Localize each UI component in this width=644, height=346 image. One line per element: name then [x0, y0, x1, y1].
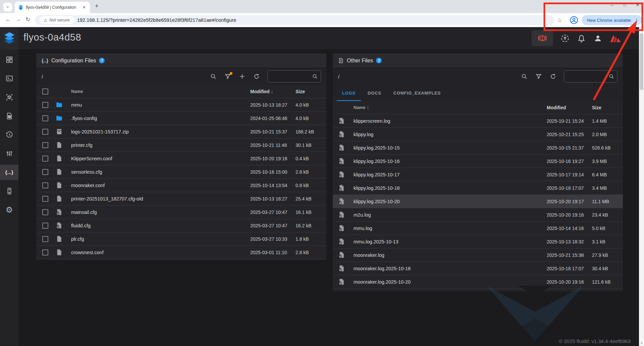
table-row[interactable]: .flyos-config 2024-01-25 06:46 4.0 kB [36, 112, 326, 125]
table-row[interactable]: fluidd.cfg 2025-03-27 10:47 16.2 kB [36, 219, 326, 232]
row-checkbox[interactable] [42, 223, 56, 229]
add-file-icon[interactable] [239, 73, 246, 80]
table-row[interactable]: mmu 2025-10-13 18:27 4.0 kB [36, 98, 326, 112]
table-row[interactable]: moonraker.log.2025-10-18 2025-10-18 17:0… [333, 262, 623, 275]
row-checkbox[interactable] [42, 156, 56, 162]
table-row[interactable]: logs-20251021-153717.zip 2025-10-21 15:3… [36, 125, 326, 138]
help-icon[interactable]: ? [99, 58, 105, 63]
file-size: 2.8 kB [296, 250, 326, 255]
file-size: 11.1 MB [592, 199, 623, 204]
table-row[interactable]: printer-20251013_182707.cfg-old 2025-10-… [36, 192, 326, 206]
window-maximize-icon[interactable]: □ [624, 3, 626, 7]
tab-search-button[interactable]: ˅ [3, 3, 12, 11]
refresh-icon[interactable] [550, 73, 556, 80]
profile-icon[interactable] [570, 16, 578, 26]
refresh-icon[interactable] [253, 73, 260, 80]
file-search-input[interactable] [564, 70, 618, 82]
table-row[interactable]: klippy.log.2025-10-20 2025-10-20 19:17 1… [333, 195, 623, 208]
brand-logo-icon[interactable] [610, 33, 621, 43]
row-checkbox[interactable] [42, 142, 56, 148]
forward-icon[interactable]: → [15, 16, 21, 23]
table-row[interactable]: klippy.log.2025-10-16 2025-10-16 19:27 3… [333, 155, 623, 168]
column-name[interactable]: Name [71, 89, 250, 94]
table-row[interactable]: klippy.log.2025-10-18 2025-10-18 17:07 3… [333, 181, 623, 195]
sidebar-item-console[interactable] [0, 71, 18, 86]
select-all-checkbox[interactable] [42, 89, 56, 95]
page-scrollbar[interactable]: ▲ ▼ [639, 27, 644, 346]
row-checkbox[interactable] [42, 102, 56, 108]
sidebar-item-system[interactable] [0, 183, 18, 199]
search-icon[interactable] [210, 73, 217, 80]
update-status-icon[interactable] [560, 34, 570, 43]
sidebar-item-dashboard[interactable] [0, 52, 18, 67]
table-row[interactable]: klippy.log.2025-10-15 2025-10-15 21:37 5… [333, 141, 623, 155]
table-row[interactable]: crowsnest.conf 2025-03-01 11:10 2.8 kB [36, 246, 326, 259]
table-row[interactable]: m2u.log 2025-10-20 19:16 23.4 kB [333, 208, 623, 222]
table-row[interactable]: klipperscreen.log 2025-10-21 15:24 1.4 M… [333, 114, 623, 128]
back-icon[interactable]: ← [5, 16, 11, 23]
reload-icon[interactable]: ↻ [25, 16, 30, 23]
tab-docs[interactable]: DOCS [362, 85, 387, 101]
column-modified[interactable]: Modified [547, 105, 592, 110]
scrollbar-thumb[interactable] [640, 33, 643, 90]
sidebar-item-settings[interactable]: ⚙ [0, 202, 18, 218]
table-row[interactable]: mmu.log.2025-10-13 2025-10-13 18:32 3.1 … [333, 235, 623, 248]
table-row[interactable]: printer.cfg 2025-10-21 11:48 30.1 kB [36, 138, 326, 152]
chrome-update-button[interactable]: New Chrome available ⋮ [582, 15, 642, 25]
table-row[interactable]: klippy.log.2025-10-17 2025-10-17 19:14 6… [333, 168, 623, 181]
sidebar-item-gcode-preview[interactable] [0, 90, 18, 105]
column-name[interactable]: Name↑ [354, 105, 547, 110]
browser-tab[interactable]: flyos-0a4d58 | Configuration ✕ [15, 2, 90, 13]
browser-menu-icon[interactable]: ⋮ [634, 18, 639, 23]
table-row[interactable]: mmu.log 2025-10-14 14:16 5.0 kB [333, 222, 623, 235]
notifications-bell-icon[interactable] [577, 34, 586, 43]
table-row[interactable]: moonraker.log.2025-10-20 2025-10-20 19:1… [333, 275, 623, 289]
security-chip[interactable]: ⚠ Not secure [40, 16, 74, 24]
window-close-icon[interactable]: ✕ [636, 3, 639, 7]
filter-icon[interactable] [535, 73, 542, 80]
tab-logs[interactable]: LOGS [337, 85, 361, 101]
search-input[interactable] [270, 74, 312, 79]
sidebar-item-jobs[interactable] [0, 108, 18, 124]
window-minimize-icon[interactable]: ─ [610, 3, 613, 7]
sidebar-item-history[interactable] [0, 127, 18, 142]
search-icon[interactable] [521, 73, 528, 80]
tab-config_examples[interactable]: CONFIG_EXAMPLES [388, 85, 446, 101]
bookmark-star-icon[interactable]: ☆ [557, 17, 562, 24]
search-input[interactable] [567, 74, 608, 79]
tab-close-icon[interactable]: ✕ [81, 5, 87, 10]
scroll-down-icon[interactable]: ▼ [639, 342, 644, 345]
table-row[interactable]: moonraker.conf 2025-10-14 13:54 0.8 kB [36, 179, 326, 192]
table-row[interactable]: KlipperScreen.conf 2025-10-20 19:16 0.4 … [36, 152, 326, 165]
column-size[interactable]: Size [592, 105, 623, 110]
row-checkbox[interactable] [42, 129, 56, 135]
table-row[interactable]: sensorless.cfg 2025-10-16 15:00 2.8 kB [36, 165, 326, 179]
row-checkbox[interactable] [42, 236, 56, 242]
locked-file-icon [338, 265, 345, 272]
sidebar-item-tune[interactable] [0, 146, 18, 161]
row-checkbox[interactable] [42, 182, 56, 188]
new-tab-button[interactable]: + [95, 3, 99, 9]
user-icon[interactable] [593, 34, 602, 43]
scroll-up-icon[interactable]: ▲ [639, 28, 644, 32]
file-modified: 2025-10-20 19:17 [547, 199, 592, 204]
fluidd-logo[interactable] [0, 27, 18, 49]
row-checkbox[interactable] [42, 196, 56, 202]
row-checkbox[interactable] [42, 249, 56, 255]
row-checkbox[interactable] [42, 169, 56, 175]
table-row[interactable]: mainsail.cfg 2025-03-27 10:47 16.1 kB [36, 206, 326, 219]
column-size[interactable]: Size [296, 89, 326, 94]
filter-icon[interactable] [224, 73, 231, 80]
table-row[interactable]: moonraker.log 2025-10-21 15:38 27.9 kB [333, 248, 623, 262]
help-icon[interactable]: ? [376, 58, 382, 63]
file-name: mmu.log.2025-10-13 [354, 239, 547, 244]
sidebar-item-configuration[interactable]: {...} [0, 165, 18, 180]
file-search-input[interactable] [267, 70, 321, 82]
row-checkbox[interactable] [42, 115, 56, 121]
table-row[interactable]: klippy.log 2025-10-21 15:25 2.0 MB [333, 128, 623, 141]
emergency-stop-button[interactable] [532, 30, 553, 46]
row-checkbox[interactable] [42, 209, 56, 215]
table-row[interactable]: plr.cfg 2025-03-27 10:33 1.8 kB [36, 232, 326, 246]
column-modified[interactable]: Modified↓ [250, 89, 296, 94]
address-bar[interactable]: ⚠ Not secure 192.168.1.125/?printer=2428… [35, 15, 554, 25]
